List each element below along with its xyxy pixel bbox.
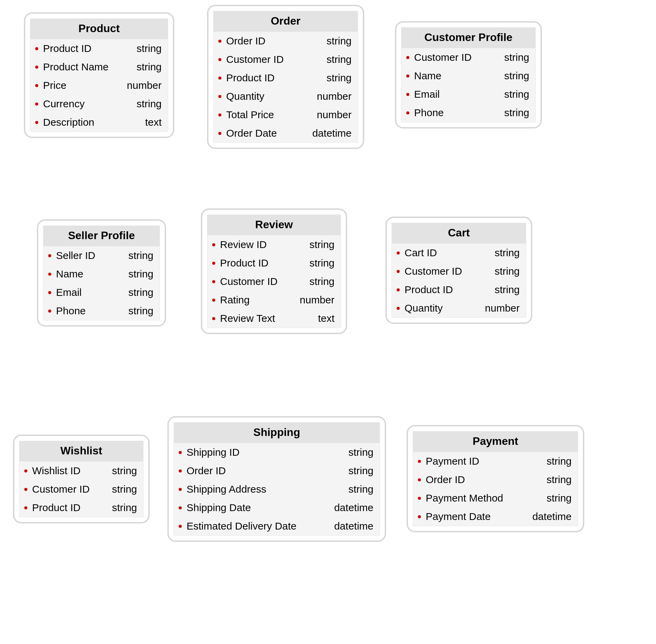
- attribute-type: string: [310, 239, 334, 250]
- bullet-icon: [218, 95, 221, 98]
- bullet-icon: [397, 270, 400, 273]
- bullet-icon: [48, 273, 51, 276]
- attribute-name: Estimated Delivery Date: [187, 520, 327, 532]
- bullet-icon: [48, 310, 51, 313]
- attribute-type: string: [112, 502, 137, 513]
- attribute-name: Review ID: [220, 239, 303, 250]
- bullet-icon: [218, 58, 221, 61]
- attribute-type: string: [327, 72, 352, 84]
- entity-title: Order: [214, 11, 358, 32]
- entity-product: ProductProduct IDstringProduct Namestrin…: [24, 12, 174, 138]
- attribute-row: Phonestring: [43, 302, 160, 320]
- attribute-name: Name: [414, 70, 497, 82]
- attribute-name: Product Name: [43, 61, 130, 73]
- entity-title: Shipping: [174, 423, 380, 443]
- attribute-name: Payment Date: [426, 511, 525, 522]
- attribute-type: datetime: [334, 520, 373, 532]
- attribute-type: string: [310, 257, 334, 269]
- attribute-row: Emailstring: [401, 85, 535, 104]
- attribute-name: Phone: [414, 107, 497, 119]
- attribute-type: string: [112, 465, 137, 477]
- attribute-name: Payment Method: [426, 492, 540, 504]
- attribute-type: string: [137, 98, 162, 110]
- attribute-type: string: [327, 54, 352, 65]
- bullet-icon: [24, 469, 27, 472]
- entity-inner: WishlistWishlist IDstringCustomer IDstri…: [19, 441, 144, 517]
- attribute-row: Phonestring: [401, 104, 535, 122]
- attribute-type: number: [300, 294, 334, 306]
- attribute-name: Review Text: [220, 313, 311, 324]
- attribute-name: Product ID: [220, 257, 303, 269]
- attribute-row: Product IDstring: [207, 254, 341, 272]
- attribute-row: Shipping Datedatetime: [174, 498, 380, 517]
- attribute-type: number: [317, 91, 352, 102]
- attribute-type: datetime: [334, 502, 373, 513]
- attribute-name: Shipping ID: [187, 447, 342, 458]
- attribute-type: string: [547, 455, 572, 467]
- er-diagram-canvas: ProductProduct IDstringProduct Namestrin…: [0, 0, 656, 644]
- entity-title: Wishlist: [19, 441, 143, 462]
- bullet-icon: [397, 288, 400, 291]
- attribute-type: number: [127, 80, 162, 91]
- bullet-icon: [212, 317, 215, 320]
- attribute-name: Phone: [56, 305, 122, 317]
- attribute-row: Currencystring: [30, 95, 168, 113]
- attribute-row: Quantitynumber: [214, 87, 358, 106]
- attribute-type: string: [128, 305, 153, 317]
- attribute-name: Cart ID: [405, 247, 488, 259]
- entity-shipping: ShippingShipping IDstringOrder IDstringS…: [167, 416, 386, 542]
- attribute-type: string: [547, 474, 572, 485]
- attribute-row: Seller IDstring: [43, 246, 160, 265]
- entity-inner: ShippingShipping IDstringOrder IDstringS…: [174, 422, 380, 536]
- attribute-type: string: [495, 265, 520, 277]
- bullet-icon: [397, 307, 400, 310]
- attribute-name: Total Price: [226, 109, 310, 121]
- attribute-row: Review IDstring: [207, 235, 341, 254]
- attribute-name: Product ID: [405, 284, 488, 296]
- attribute-name: Product ID: [226, 72, 320, 84]
- attribute-name: Shipping Address: [187, 483, 342, 495]
- attribute-name: Product ID: [32, 502, 105, 513]
- attribute-type: string: [495, 247, 520, 259]
- attribute-row: Review Texttext: [207, 309, 341, 328]
- attribute-row: Product IDstring: [30, 39, 168, 58]
- attribute-type: string: [348, 483, 373, 495]
- entity-title: Cart: [392, 223, 526, 244]
- attribute-type: number: [485, 302, 520, 314]
- attribute-type: string: [547, 492, 572, 504]
- bullet-icon: [406, 93, 409, 96]
- bullet-icon: [218, 40, 221, 43]
- attribute-row: Order Datedatetime: [214, 124, 358, 142]
- attribute-name: Description: [43, 117, 138, 128]
- attribute-row: Shipping IDstring: [174, 443, 380, 462]
- attribute-name: Order ID: [187, 465, 342, 477]
- attribute-type: string: [137, 61, 162, 73]
- entity-customer-profile: Customer ProfileCustomer IDstringNamestr…: [395, 21, 542, 128]
- attribute-row: Payment IDstring: [413, 452, 578, 470]
- bullet-icon: [179, 506, 182, 509]
- bullet-icon: [35, 121, 38, 124]
- attribute-name: Quantity: [226, 91, 310, 102]
- attribute-type: string: [310, 276, 334, 287]
- entity-order: OrderOrder IDstringCustomer IDstringProd…: [207, 5, 364, 149]
- attribute-row: Wishlist IDstring: [19, 462, 143, 480]
- bullet-icon: [418, 478, 421, 481]
- attribute-name: Customer ID: [32, 483, 105, 495]
- attribute-name: Wishlist ID: [32, 465, 105, 477]
- bullet-icon: [218, 113, 221, 117]
- bullet-icon: [418, 460, 421, 463]
- attribute-row: Quantitynumber: [392, 299, 526, 317]
- bullet-icon: [35, 66, 38, 69]
- attribute-type: datetime: [312, 127, 352, 139]
- attribute-type: number: [317, 109, 352, 121]
- attribute-name: Quantity: [405, 302, 478, 314]
- bullet-icon: [218, 132, 221, 135]
- entity-inner: Seller ProfileSeller IDstringNamestringE…: [43, 225, 160, 320]
- attribute-type: text: [318, 313, 334, 324]
- attribute-row: Order IDstring: [214, 32, 358, 50]
- entity-cart: CartCart IDstringCustomer IDstringProduc…: [385, 217, 532, 324]
- entity-inner: PaymentPayment IDstringOrder IDstringPay…: [413, 431, 578, 526]
- bullet-icon: [406, 74, 409, 78]
- entity-title: Product: [30, 19, 168, 39]
- entity-inner: ProductProduct IDstringProduct Namestrin…: [30, 18, 168, 132]
